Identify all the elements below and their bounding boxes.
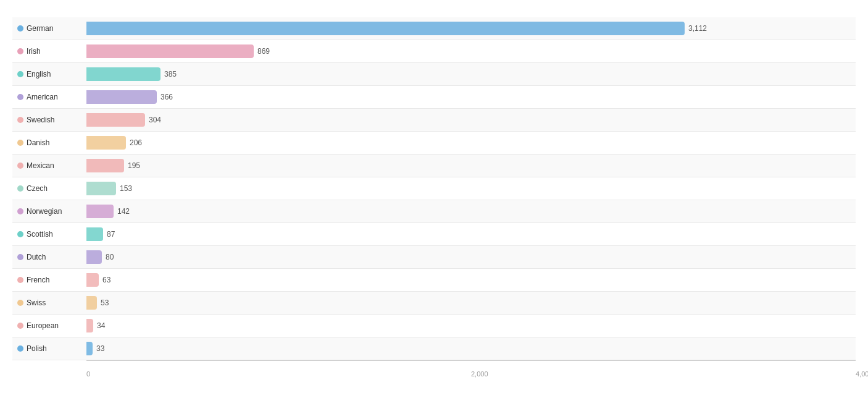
bar-row: European34 [12, 315, 856, 337]
bar-and-value: 33 [86, 337, 856, 360]
bar-row: Danish206 [12, 132, 856, 155]
bar-and-value: 195 [86, 155, 856, 177]
label-pill: Scottish [15, 229, 58, 240]
label-pill: Swedish [15, 114, 59, 125]
bar-fill [86, 319, 93, 332]
bar-track: 33 [86, 342, 104, 355]
label-area: Norwegian [12, 206, 86, 217]
bar-fill [86, 205, 114, 218]
bar-track: 142 [86, 205, 130, 218]
bar-row: German3,112 [12, 17, 856, 40]
bar-and-value: 304 [86, 109, 856, 131]
chart-container: German3,112Irish869English385American366… [0, 0, 868, 398]
bar-and-value: 869 [86, 40, 856, 62]
label-dot [17, 48, 23, 54]
label-dot [17, 231, 23, 237]
bar-track: 385 [86, 67, 177, 81]
bar-value-label: 206 [130, 138, 142, 147]
bar-label: French [27, 276, 49, 284]
bar-fill [86, 44, 254, 58]
bar-value-label: 195 [128, 161, 140, 170]
bar-row: English385 [12, 63, 856, 86]
label-dot [17, 345, 23, 352]
bar-track: 153 [86, 182, 132, 195]
bar-and-value: 3,112 [86, 17, 856, 40]
bar-track: 80 [86, 250, 114, 264]
label-area: Irish [12, 46, 86, 57]
bar-label: German [27, 24, 53, 33]
bar-label: Dutch [27, 253, 46, 261]
bar-row: Mexican195 [12, 155, 856, 177]
bar-label: Irish [27, 47, 41, 56]
bar-track: 869 [86, 44, 270, 58]
x-tick-label: 0 [86, 370, 90, 378]
x-tick-label: 2,000 [471, 370, 488, 378]
label-pill: Swiss [15, 297, 51, 308]
bar-row: Norwegian142 [12, 200, 856, 223]
label-area: Swiss [12, 297, 86, 308]
bar-track: 3,112 [86, 22, 707, 35]
bar-label: Czech [27, 184, 48, 193]
label-pill: American [15, 91, 63, 103]
label-dot [17, 71, 23, 77]
bar-value-label: 34 [97, 321, 105, 330]
x-tick-label: 4,000 [856, 370, 868, 378]
bar-row: Polish33 [12, 337, 856, 360]
bar-value-label: 87 [107, 230, 115, 239]
bar-and-value: 366 [86, 86, 856, 108]
label-pill: Irish [15, 46, 46, 57]
label-dot [17, 277, 23, 283]
bar-label: Mexican [27, 161, 54, 170]
bar-value-label: 142 [117, 207, 130, 216]
bar-label: Polish [27, 344, 47, 353]
bar-row: Swiss53 [12, 292, 856, 315]
bar-value-label: 63 [102, 276, 111, 284]
bar-value-label: 869 [257, 47, 270, 56]
chart-area: German3,112Irish869English385American366… [12, 17, 856, 360]
bar-and-value: 53 [86, 292, 856, 314]
bar-label: American [27, 93, 58, 101]
label-area: German [12, 23, 86, 34]
label-pill: Polish [15, 343, 52, 354]
x-axis-line [86, 360, 856, 361]
bar-fill [86, 22, 685, 35]
bar-label: Swiss [27, 298, 46, 307]
bar-fill [86, 113, 145, 127]
label-area: Swedish [12, 114, 86, 125]
label-pill: English [15, 69, 56, 80]
bar-fill [86, 227, 103, 241]
bar-fill [86, 273, 99, 287]
bar-track: 206 [86, 136, 142, 150]
bar-fill [86, 136, 126, 150]
bar-track: 366 [86, 90, 173, 104]
label-dot [17, 94, 23, 100]
bar-track: 87 [86, 227, 115, 241]
label-dot [17, 323, 23, 329]
label-area: Czech [12, 183, 86, 194]
bar-row: Swedish304 [12, 109, 856, 132]
label-area: Scottish [12, 229, 86, 240]
label-pill: Dutch [15, 252, 51, 263]
bar-track: 53 [86, 296, 109, 310]
label-area: American [12, 91, 86, 103]
bar-and-value: 142 [86, 200, 856, 222]
bar-fill [86, 159, 124, 172]
bar-and-value: 34 [86, 315, 856, 337]
label-pill: Norwegian [15, 206, 67, 217]
bar-row: Irish869 [12, 40, 856, 63]
bar-label: Danish [27, 138, 49, 147]
bar-and-value: 63 [86, 269, 856, 291]
bar-and-value: 206 [86, 132, 856, 154]
label-pill: European [15, 320, 64, 331]
bar-value-label: 33 [96, 344, 104, 353]
bar-and-value: 87 [86, 223, 856, 245]
label-dot [17, 185, 23, 192]
label-area: Danish [12, 137, 86, 148]
bar-row: Dutch80 [12, 246, 856, 269]
bar-value-label: 304 [149, 116, 161, 124]
bar-label: European [27, 321, 59, 330]
label-area: Mexican [12, 160, 86, 171]
bar-fill [86, 250, 102, 264]
label-pill: Mexican [15, 160, 59, 171]
bar-track: 63 [86, 273, 111, 287]
